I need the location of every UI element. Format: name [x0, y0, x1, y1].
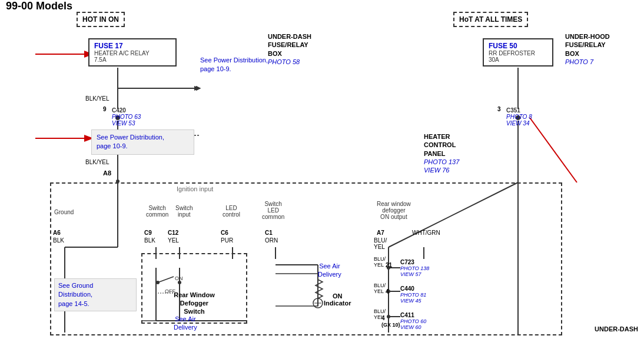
heater-control-panel: HEATERCONTROLPANEL PHOTO 137 VIEW 76	[424, 132, 459, 174]
pin-pur: PUR	[221, 237, 233, 244]
under-dash-fuse-label: UNDER-DASH FUSE/RELAY BOX PHOTO 58	[268, 32, 311, 66]
pin-a7: A7	[377, 230, 384, 236]
pin-c9: C9	[144, 230, 152, 236]
svg-line-2	[530, 118, 577, 182]
c420-connector: C420 PHOTO 63 VIEW 53	[112, 107, 141, 127]
pin-a8-label: A8	[103, 169, 111, 177]
under-hood-fuse-label: UNDER-HOOD FUSE/RELAY BOX PHOTO 7	[565, 32, 610, 66]
see-ground-dist[interactable]: See GroundDistribution,page 14-5.	[54, 278, 137, 311]
pin-blk2: BLK	[144, 237, 155, 244]
fuse17-desc: HEATER A/C RELAY 7.5A	[94, 50, 171, 63]
c351-connector: C351 PHOTO 8 VIEW 34	[506, 107, 532, 127]
col-ground-label: Ground	[54, 209, 74, 215]
col-switch-led-label: SwitchLEDcommon	[262, 201, 284, 220]
fuse50-box: FUSE 50 RR DEFROSTER 30A	[483, 38, 553, 67]
pin-c1: C1	[265, 230, 273, 236]
see-power-dist-1[interactable]: See Power Distribution,page 10-9.	[200, 56, 268, 74]
fuse17-label: FUSE 17	[94, 42, 171, 50]
see-air-delivery-2[interactable]: See AirDelivery	[174, 315, 197, 332]
ignition-box	[50, 182, 562, 335]
see-air-delivery-1[interactable]: See AirDelivery	[318, 262, 341, 279]
fuse17-box: FUSE 17 HEATER A/C RELAY 7.5A	[88, 38, 177, 67]
rw-switch-label: Rear WindowDefoggerSwitch	[174, 291, 215, 316]
on-indicator: ONIndicator	[324, 292, 351, 307]
rw-switch-box: Rear WindowDefoggerSwitch	[141, 253, 247, 324]
pin-whtgrn: WHT/GRN	[412, 230, 440, 236]
pin-9-label: 9	[103, 106, 107, 112]
conn-c440: C440 PHOTO 81 VIEW 45	[400, 285, 426, 304]
conn-4b-num: 4(GX 10)	[381, 315, 400, 328]
col-switch-common-label: Switchcommon	[146, 205, 168, 218]
fuse50-label: FUSE 50	[489, 42, 547, 50]
blkyel-wire-1: BLK/YEL	[85, 95, 109, 102]
col-switch-input-label: Switchinput	[175, 205, 192, 218]
blkyel-wire-2: BLK/YEL	[85, 159, 109, 165]
bluyel-wire-b: BLU/YEL	[374, 282, 386, 294]
pin-yel: YEL	[168, 237, 179, 244]
page-title: 99-00 Models	[6, 0, 72, 12]
fuse50-desc: RR DEFROSTER 30A	[489, 50, 547, 63]
pin-orn: ORN	[265, 237, 278, 244]
pin-3-label: 3	[497, 106, 501, 112]
svg-marker-5	[194, 86, 200, 91]
pin-bluyel: BLU/YEL	[374, 237, 387, 250]
col-rear-defog-label: Rear windowdefoggerON output	[377, 201, 411, 220]
hot-at-all-times-box: HoT AT ALL TIMES	[453, 12, 528, 27]
hot-in-on-label: HOT IN ON	[82, 15, 119, 24]
hot-in-on-box: HOT IN ON	[77, 12, 125, 27]
conn-21-num: 21	[386, 262, 392, 268]
hot-at-all-times-label: HoT AT ALL TIMES	[459, 15, 522, 24]
see-power-dist-2[interactable]: See Power Distribution,page 10-9.	[91, 129, 194, 155]
pin-c6: C6	[221, 230, 228, 236]
conn-4a-num: 4	[386, 288, 389, 295]
pin-a6: A6	[53, 230, 61, 236]
col-led-control-label: LEDcontrol	[223, 205, 240, 218]
bluyel-wire-a: BLU/YEL	[374, 256, 386, 268]
under-dash-bottom: UNDER-DASH	[595, 325, 638, 333]
conn-c411: C411 PHOTO 60 VIEW 60	[400, 312, 426, 330]
pin-blk: BLK	[53, 237, 64, 244]
ignition-label: Ignition input	[177, 185, 213, 192]
conn-c723: C723 PHOTO 138 VIEW 57	[400, 259, 429, 277]
pin-c12: C12	[168, 230, 178, 236]
